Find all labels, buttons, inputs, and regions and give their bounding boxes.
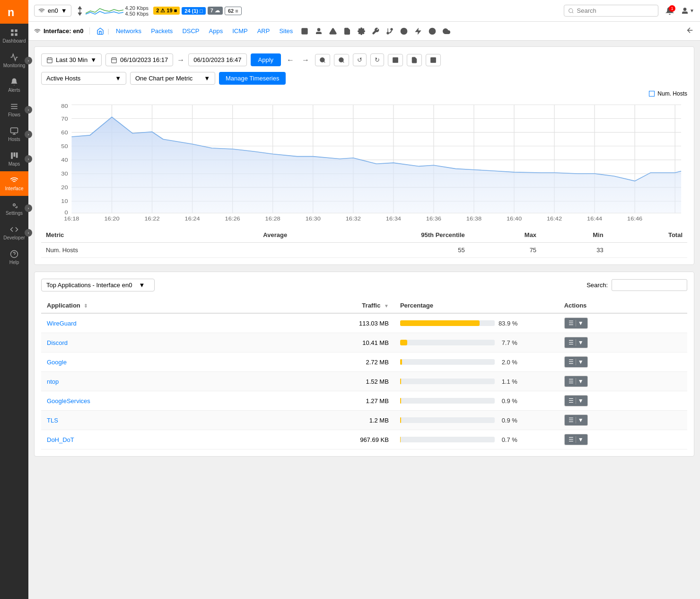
app-traffic-cell: 1.27 MB	[243, 391, 394, 411]
sidebar-item-monitoring[interactable]: Monitoring ›	[0, 48, 28, 73]
nav-bolt-icon[interactable]	[412, 25, 424, 37]
home-icon[interactable]	[96, 26, 105, 36]
chart-controls: Active Hosts ▼ One Chart per Metric ▼ Ma…	[41, 72, 687, 85]
search-box[interactable]	[564, 5, 658, 17]
app-link[interactable]: TLS	[47, 417, 58, 424]
svg-text:16:20: 16:20	[104, 216, 120, 221]
chart-card: Last 30 Min ▼ 06/10/2023 16:17 → 06/10/2…	[34, 46, 694, 265]
view-dropdown[interactable]: One Chart per Metric ▼	[130, 72, 215, 85]
sidebar-item-alerts[interactable]: Alerts	[0, 73, 28, 97]
action-btn[interactable]: ☰ ▼	[564, 376, 588, 387]
action-btn[interactable]: ☰ ▼	[564, 356, 588, 368]
search-label: Search:	[586, 282, 608, 289]
nav-doc-icon[interactable]	[341, 25, 353, 37]
nav-clock-icon[interactable]	[426, 25, 438, 37]
app-link[interactable]: GoogleServices	[47, 397, 90, 405]
interface-select[interactable]: en0 ▼	[34, 5, 71, 17]
metric-dropdown[interactable]: Active Hosts ▼	[41, 72, 126, 85]
table-btn[interactable]	[426, 54, 441, 66]
action-btn[interactable]: ☰ ▼	[564, 414, 588, 426]
svg-line-47	[343, 61, 344, 62]
svg-rect-11	[11, 152, 13, 159]
nav-icmp[interactable]: ICMP	[228, 26, 252, 36]
apply-button[interactable]: Apply	[251, 53, 281, 66]
user-menu[interactable]: ▼	[681, 4, 694, 18]
sidebar-logo[interactable]: n	[0, 0, 28, 24]
badge-alerts[interactable]: 2 ⚠ 19 ■	[153, 7, 180, 15]
nav-alert-icon[interactable]	[327, 25, 339, 37]
action-dropdown-arrow[interactable]: ▼	[576, 436, 584, 443]
sidebar-item-label: Settings	[6, 211, 23, 216]
zoom-in-btn[interactable]	[315, 54, 330, 66]
nav-packets[interactable]: Packets	[147, 26, 176, 36]
nav-user-icon[interactable]	[313, 25, 325, 37]
nav-blocked-icon[interactable]	[398, 25, 410, 37]
nav-sites[interactable]: Sites	[275, 26, 297, 36]
nav-chart-icon[interactable]	[298, 25, 311, 37]
action-btn[interactable]: ☰ ▼	[564, 395, 588, 406]
progress-bar-fill	[400, 417, 401, 423]
action-dropdown-arrow[interactable]: ▼	[576, 320, 584, 326]
notification-bell[interactable]: 1	[663, 4, 676, 18]
traffic-stats: 4.20 Kbps 4.50 Kbps	[76, 4, 149, 18]
sort-app-icon[interactable]: ⇕	[84, 303, 88, 308]
prev-time-btn[interactable]: ←	[285, 55, 296, 65]
table-search-input[interactable]	[612, 279, 687, 291]
sidebar-item-hosts[interactable]: Hosts ›	[0, 122, 28, 147]
action-dropdown-arrow[interactable]: ▼	[576, 339, 584, 346]
app-link[interactable]: ntop	[47, 378, 59, 385]
app-link[interactable]: Google	[47, 359, 67, 366]
nav-apps[interactable]: Apps	[205, 26, 227, 36]
fullscreen-btn[interactable]	[388, 54, 403, 66]
sidebar-item-interface[interactable]: Interface	[0, 171, 28, 196]
sidebar-item-settings[interactable]: Settings ›	[0, 196, 28, 220]
metric-total	[608, 243, 687, 258]
refresh-btn[interactable]: ↻	[370, 53, 384, 66]
back-arrow[interactable]	[686, 26, 694, 36]
nav-tool-icon[interactable]	[369, 25, 382, 37]
sidebar-item-maps[interactable]: Maps ›	[0, 147, 28, 171]
badge-cloud[interactable]: 7 ☁	[208, 7, 223, 15]
sidebar-item-dashboard[interactable]: Dashboard	[0, 24, 28, 48]
badge-misc[interactable]: 62 ≡	[225, 7, 242, 15]
action-btn[interactable]: ☰ ▼	[564, 337, 588, 348]
nav-networks[interactable]: Networks	[112, 26, 145, 36]
metric-max: 75	[470, 243, 541, 258]
reset-btn[interactable]: ↺	[353, 53, 367, 66]
progress-cell: 0.9 %	[400, 397, 553, 405]
nav-gear-icon[interactable]	[355, 25, 368, 37]
sidebar-item-developer[interactable]: Developer ›	[0, 220, 28, 245]
app-link[interactable]: DoH_DoT	[47, 436, 74, 443]
action-dropdown-arrow[interactable]: ▼	[576, 417, 584, 423]
legend-checkbox[interactable]	[649, 91, 655, 97]
zoom-out-btn[interactable]	[334, 54, 349, 66]
action-dropdown-arrow[interactable]: ▼	[576, 378, 584, 385]
action-dropdown-arrow[interactable]: ▼	[576, 397, 584, 404]
app-link[interactable]: WireGuard	[47, 320, 77, 327]
manage-timeseries-btn[interactable]: Manage Timeseries	[219, 72, 286, 85]
nav-dscp[interactable]: DSCP	[178, 26, 203, 36]
sidebar-item-flows[interactable]: Flows ›	[0, 97, 28, 122]
next-time-btn[interactable]: →	[300, 55, 311, 65]
progress-pct: 0.7 %	[499, 436, 517, 443]
sort-traffic-icon[interactable]: ▼	[384, 303, 389, 308]
start-date-display: 06/10/2023 16:17	[105, 53, 173, 66]
action-dropdown-arrow[interactable]: ▼	[576, 359, 584, 365]
sidebar-item-label: Developer	[3, 235, 25, 240]
badge-flows[interactable]: 24 (1) □	[182, 7, 205, 15]
nav-cloud-icon[interactable]	[440, 25, 453, 37]
svg-rect-3	[11, 34, 13, 36]
nav-fork-icon[interactable]	[384, 25, 396, 37]
export-btn[interactable]	[407, 54, 422, 66]
time-range-select[interactable]: Last 30 Min ▼	[41, 53, 102, 66]
nav-arp[interactable]: ARP	[254, 26, 274, 36]
action-btn[interactable]: ☰ ▼	[564, 434, 588, 445]
action-btn[interactable]: ☰ ▼	[564, 317, 588, 329]
search-input[interactable]	[577, 7, 654, 14]
app-link[interactable]: Discord	[47, 339, 68, 346]
expand-icon: ›	[25, 229, 32, 237]
sidebar-item-help[interactable]: Help	[0, 245, 28, 270]
top-apps-dropdown[interactable]: Top Applications - Interface en0 ▼	[41, 279, 155, 291]
svg-point-20	[683, 8, 686, 10]
svg-text:30: 30	[61, 171, 68, 176]
